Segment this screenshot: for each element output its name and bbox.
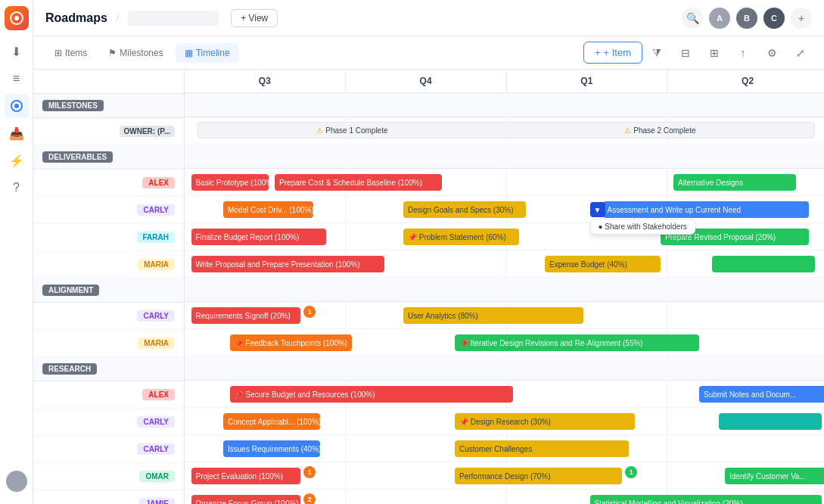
bar-user-analytics[interactable]: User Analytics (80%): [403, 307, 583, 324]
flag-icon: ⚑: [108, 48, 117, 58]
bar-maria-empty[interactable]: [712, 256, 815, 272]
gantt-row-alex-1: Basic Prototype (100%) Prepare Cost & Sc…: [185, 169, 824, 196]
tab-items[interactable]: ⊞ Items: [45, 43, 96, 63]
sidebar-list-icon[interactable]: ≡: [5, 67, 29, 91]
bar-model-cost[interactable]: Model Cost Driv... (100%): [223, 201, 313, 218]
columns-icon[interactable]: ⊞: [703, 42, 726, 64]
owner-row-carly-4: CARLY: [33, 436, 184, 463]
tab-timeline[interactable]: ▦ Timeline: [176, 43, 239, 63]
owner-tag-maria-2: MARIA: [138, 338, 175, 349]
owner-row-alex-1: ALEX: [33, 170, 184, 197]
add-user-icon[interactable]: +: [791, 8, 812, 29]
owner-row-carly-3: CARLY: [33, 409, 184, 436]
bar-expense-budget[interactable]: Expense Budget (40%): [545, 256, 661, 272]
tab-milestones[interactable]: ⚑ Milestones: [99, 43, 172, 63]
gantt-row-jamie: Organize Focus Group (100%) 2 Statistica…: [185, 490, 824, 504]
bar-finalize-budget[interactable]: Finalize Budget Report (100%): [191, 229, 327, 245]
sidebar-user-avatar[interactable]: [6, 471, 27, 492]
user-avatar-2[interactable]: B: [736, 8, 757, 29]
owner-tag-carly-3: CARLY: [137, 416, 175, 428]
milestones-badge: MILESTONES: [42, 100, 104, 111]
gantt-row-farah: Finalize Budget Report (100%) 📌 Problem …: [185, 223, 824, 250]
view-button[interactable]: + View: [231, 9, 278, 27]
sidebar-roadmap-icon[interactable]: [5, 94, 29, 118]
milestone-full-bar: ⚠ Phase 1 Complete ⚠ Phase 2 Complete: [197, 122, 815, 138]
deliverables-section-gantt: [185, 145, 824, 169]
bar-submit-notes[interactable]: Submit Notes and Docum...: [699, 386, 824, 403]
owner-row-milestones: OWNER: (P...: [33, 118, 184, 145]
gantt-row-maria-2: 📌 Feedback Touchpoints (100%) 📌 Iterativ…: [185, 329, 824, 356]
gantt-row-carly-3: Concept Applicabl... (100%) 📌 Design Res…: [185, 408, 824, 435]
gantt-row-alex-2: 📌 Secure Budget and Resources (100%) Sub…: [185, 381, 824, 408]
fullscreen-icon[interactable]: ⤢: [789, 42, 812, 64]
row-labels-panel: MILESTONES OWNER: (P... DELIVERABLES ALE…: [33, 70, 185, 504]
search-icon[interactable]: 🔍: [682, 8, 703, 29]
toolbar: ⊞ Items ⚑ Milestones ▦ Timeline + + Item…: [33, 36, 824, 70]
quarter-q2: Q2: [667, 70, 824, 92]
bar-carly-teal[interactable]: [719, 413, 822, 430]
dropdown-indicator[interactable]: ▼: [590, 202, 605, 217]
owner-tag-alex-2: ALEX: [142, 389, 175, 400]
bar-statistical-modelling[interactable]: Statistical Modelling and Visualization …: [590, 495, 822, 504]
bar-secure-budget[interactable]: 📌 Secure Budget and Resources (100%): [230, 386, 513, 403]
export-icon[interactable]: ↑: [732, 42, 754, 64]
milestones-section-gantt: [185, 93, 824, 117]
owner-tag-carly-2: CARLY: [137, 310, 175, 322]
bar-iterative-design[interactable]: 📌 Iterative Design Revisions and Re-Alig…: [455, 334, 699, 351]
sidebar: ⬇ ≡ 📥 ⚡ ?: [0, 0, 33, 504]
bar-project-evaluation[interactable]: Project Evaluation (100%): [191, 468, 301, 484]
user-avatar-1[interactable]: A: [709, 8, 730, 29]
quarter-q4: Q4: [346, 70, 507, 92]
bar-identify-customer[interactable]: Identify Customer Va...: [725, 468, 824, 484]
svg-point-3: [14, 104, 19, 108]
tooltip-share-stakeholders: ● Share with Stakeholders: [590, 219, 695, 235]
bar-assessment[interactable]: Assessment and Write up Current Need: [603, 201, 809, 218]
gantt-chart: Q3 Q4 Q1 Q2: [185, 70, 824, 504]
breadcrumb: [128, 11, 219, 26]
sidebar-download-icon[interactable]: ⬇: [5, 39, 29, 64]
bar-design-research[interactable]: 📌 Design Research (30%): [455, 413, 635, 430]
alignment-section-gantt: [185, 278, 824, 302]
section-milestones: MILESTONES: [33, 94, 185, 118]
sidebar-bolt-icon[interactable]: ⚡: [5, 148, 29, 173]
bar-organize-focus[interactable]: Organize Focus Group (100%): [191, 495, 301, 504]
owner-tag-carly-4: CARLY: [137, 443, 175, 455]
bar-issues-requirements[interactable]: Issues Requirements (40%): [223, 440, 320, 457]
header: Roadmaps / + View 🔍 A B C +: [33, 0, 824, 36]
gantt-row-carly-2: Requirements Signoff (20%) 1 User Analyt…: [185, 302, 824, 329]
owner-tag-milestones: OWNER: (P...: [120, 126, 175, 137]
owner-row-omar: OMAR: [33, 463, 184, 490]
user-avatar-3[interactable]: C: [763, 8, 785, 29]
settings-icon[interactable]: ⚙: [760, 42, 783, 64]
bar-alternative-designs[interactable]: Alternative Designs: [673, 174, 796, 191]
owner-row-alex-2: ALEX: [33, 381, 184, 409]
sidebar-help-icon[interactable]: ?: [5, 176, 29, 200]
timeline-area: MILESTONES OWNER: (P... DELIVERABLES ALE…: [33, 70, 824, 504]
bar-requirements-signoff[interactable]: Requirements Signoff (20%): [191, 307, 301, 324]
items-grid-icon: ⊞: [54, 48, 62, 58]
app-logo[interactable]: [5, 6, 29, 30]
bar-prepare-cost[interactable]: Prepare Cost & Schedule Baseline (100%): [275, 174, 442, 191]
add-item-button[interactable]: + + Item: [583, 42, 642, 64]
deliverables-badge: DELIVERABLES: [42, 151, 113, 163]
section-research: RESEARCH: [33, 357, 185, 381]
timeline-icon: ▦: [185, 48, 193, 58]
gantt-row-milestones: ⚠ Phase 1 Complete ⚠ Phase 2 Complete: [185, 117, 824, 145]
bar-feedback-touchpoints[interactable]: 📌 Feedback Touchpoints (100%): [230, 334, 353, 351]
filter-icon[interactable]: ⧩: [645, 42, 668, 64]
bar-basic-prototype[interactable]: Basic Prototype (100%): [191, 174, 269, 191]
bar-design-goals[interactable]: Design Goals and Specs (30%): [403, 201, 526, 218]
quarter-q3: Q3: [185, 70, 346, 92]
bar-customer-challenges[interactable]: Customer Challenges: [455, 440, 629, 457]
group-icon[interactable]: ⊟: [674, 42, 697, 64]
owner-tag-farah: FARAH: [137, 232, 175, 243]
bar-problem-statement[interactable]: 📌 Problem Statement (60%): [403, 229, 519, 245]
section-deliverables: DELIVERABLES: [33, 145, 185, 170]
plus-icon: +: [595, 47, 601, 58]
header-icons: 🔍 A B C +: [682, 8, 812, 29]
bar-write-proposal[interactable]: Write Proposal and Prepare Presentation …: [191, 256, 384, 272]
sidebar-inbox-icon[interactable]: 📥: [5, 121, 29, 145]
phase2-marker: ⚠ Phase 2 Complete: [624, 126, 695, 135]
bar-concept-applicabl[interactable]: Concept Applicabl... (100%): [223, 413, 320, 430]
bar-performance-design[interactable]: Performance Design (70%): [455, 468, 622, 484]
